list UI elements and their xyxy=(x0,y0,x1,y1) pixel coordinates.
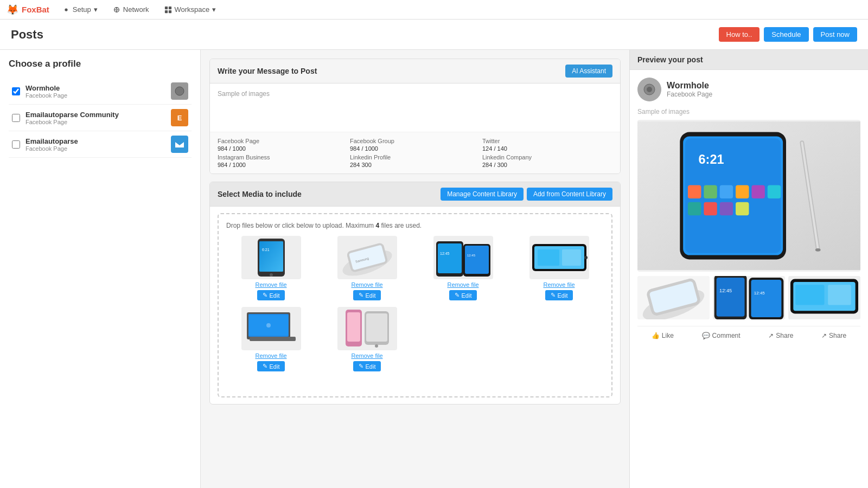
remove-file-6[interactable]: Remove file xyxy=(351,352,382,359)
media-buttons: Manage Content Library Add from Content … xyxy=(441,188,612,201)
svg-rect-5 xyxy=(168,10,171,12)
schedule-button[interactable]: Schedule xyxy=(764,27,808,42)
preview-thumb-1 xyxy=(637,276,710,319)
profile-item-emailautoparse[interactable]: Emailautoparse Facebook Page xyxy=(9,131,192,158)
compose-card: Write your Message to Post AI Assistant … xyxy=(209,59,621,174)
nav-network[interactable]: Network xyxy=(111,5,151,14)
device-phone-2-icon: Samsung xyxy=(337,236,397,279)
share-icon-1: ↗ xyxy=(768,332,774,339)
preview-thumb-2: 12:45 12:45 xyxy=(713,276,785,319)
navbar: 🦊 FoxBat Setup ▾ Network Workspace ▾ xyxy=(0,0,868,20)
how-to-button[interactable]: How to.. xyxy=(719,27,760,42)
edit-icon-4: ✎ xyxy=(551,292,556,299)
media-thumb-6 xyxy=(337,307,397,350)
preview-actions: 👍 Like 💬 Comment ↗ Share ↗ Share xyxy=(637,326,860,339)
remove-file-1[interactable]: Remove file xyxy=(255,281,286,288)
edit-button-1[interactable]: ✎ Edit xyxy=(257,290,285,300)
svg-rect-19 xyxy=(438,243,462,273)
sidebar-title: Choose a profile xyxy=(9,59,192,69)
profile-avatar-emailcommunity: E xyxy=(171,109,188,126)
device-tablets-icon: 12:45 12:45 xyxy=(433,236,493,279)
workspace-icon xyxy=(164,6,172,14)
svg-point-59 xyxy=(815,248,821,252)
media-thumb-1: 6:21 xyxy=(241,236,301,279)
svg-rect-37 xyxy=(366,313,387,342)
add-from-content-library-button[interactable]: Add from Content Library xyxy=(527,188,612,201)
edit-button-5[interactable]: ✎ Edit xyxy=(257,361,285,371)
profile-check-emailautoparse[interactable] xyxy=(12,140,20,149)
brand-logo[interactable]: 🦊 FoxBat xyxy=(7,4,49,16)
edit-icon-5: ✎ xyxy=(263,363,267,370)
like-icon: 👍 xyxy=(652,332,660,339)
sidebar: Choose a profile Wormhole Facebook Page … xyxy=(0,50,201,488)
svg-point-41 xyxy=(647,87,652,92)
remove-file-3[interactable]: Remove file xyxy=(447,281,478,288)
share-button-1[interactable]: ↗ Share xyxy=(768,332,793,339)
stat-instagram-val: 984 / 1000 xyxy=(218,162,348,168)
like-label: Like xyxy=(662,332,674,339)
nav-workspace[interactable]: Workspace ▾ xyxy=(162,5,219,14)
svg-point-12 xyxy=(270,273,273,277)
svg-rect-4 xyxy=(164,10,167,12)
svg-point-8 xyxy=(171,136,188,153)
preview-panel: Preview your post Wormhole Facebook Page… xyxy=(629,50,868,488)
network-icon xyxy=(113,6,120,14)
manage-content-library-button[interactable]: Manage Content Library xyxy=(441,188,524,201)
profile-avatar-wormhole xyxy=(171,82,188,100)
stat-facebook-page: Facebook Page 984 / 1000 xyxy=(218,138,348,152)
preview-main-svg: 6:21 xyxy=(637,120,860,272)
profile-check-emailcommunity[interactable] xyxy=(12,114,20,122)
svg-point-7 xyxy=(175,87,184,95)
foxbat-icon: 🦊 xyxy=(7,4,18,16)
svg-rect-56 xyxy=(736,202,749,215)
profile-item-wormhole[interactable]: Wormhole Facebook Page xyxy=(9,78,192,105)
preview-thumbs: 12:45 12:45 xyxy=(637,276,860,319)
nav-setup[interactable]: Setup ▾ xyxy=(60,5,100,14)
media-item-6: Remove file ✎ Edit xyxy=(322,307,412,371)
share-button-2[interactable]: ↗ Share xyxy=(821,332,846,339)
preview-header: Preview your post xyxy=(630,50,868,70)
compose-card-title: Write your Message to Post xyxy=(218,67,317,75)
drop-zone[interactable]: Drop files below or click below to uploa… xyxy=(218,213,612,397)
svg-text:6:21: 6:21 xyxy=(699,152,724,166)
preview-thumb-tablets-icon: 12:45 12:45 xyxy=(713,276,785,319)
nav-network-label: Network xyxy=(123,5,149,14)
svg-rect-66 xyxy=(717,278,745,317)
remove-file-4[interactable]: Remove file xyxy=(543,281,575,288)
media-thumb-3: 12:45 12:45 xyxy=(433,236,493,279)
remove-file-2[interactable]: Remove file xyxy=(351,281,382,288)
like-button[interactable]: 👍 Like xyxy=(652,332,674,339)
edit-button-4[interactable]: ✎ Edit xyxy=(545,290,573,300)
svg-text:12:45: 12:45 xyxy=(440,252,450,255)
svg-rect-2 xyxy=(164,6,167,9)
svg-text:12:45: 12:45 xyxy=(754,290,765,295)
edit-button-2[interactable]: ✎ Edit xyxy=(353,290,381,300)
wormhole-avatar-icon xyxy=(171,82,188,100)
stat-linkedin-profile-val: 284 300 xyxy=(350,162,480,168)
share-icon-2: ↗ xyxy=(821,332,827,339)
stat-twitter: Twitter 124 / 140 xyxy=(482,138,612,152)
edit-button-6[interactable]: ✎ Edit xyxy=(353,361,381,371)
stat-instagram-name: Instagram Business xyxy=(218,154,348,160)
comment-label: Comment xyxy=(712,332,741,339)
preview-profile-sub: Facebook Page xyxy=(667,91,712,98)
page-title: Posts xyxy=(11,28,43,42)
emailautoparse-avatar-icon xyxy=(171,136,188,153)
share-label-2: Share xyxy=(829,332,846,339)
max-files: 4 xyxy=(375,222,379,229)
drop-hint: Drop files below or click below to uploa… xyxy=(226,222,604,229)
stat-linkedin-profile-name: Linkedin Profile xyxy=(350,154,480,160)
comment-button[interactable]: 💬 Comment xyxy=(702,332,741,339)
remove-file-5[interactable]: Remove file xyxy=(255,352,286,359)
media-item-4: Remove file ✎ Edit xyxy=(514,236,604,300)
profile-check-wormhole[interactable] xyxy=(12,87,20,95)
svg-rect-69 xyxy=(751,280,781,317)
svg-rect-55 xyxy=(720,202,733,215)
message-textarea[interactable] xyxy=(218,102,612,124)
ai-assistant-button[interactable]: AI Assistant xyxy=(565,65,612,78)
brand-name: FoxBat xyxy=(22,5,49,14)
post-now-button[interactable]: Post now xyxy=(813,27,857,42)
svg-rect-74 xyxy=(795,285,824,305)
edit-button-3[interactable]: ✎ Edit xyxy=(449,290,477,300)
profile-item-emailcommunity[interactable]: Emailautoparse Community Facebook Page E xyxy=(9,105,192,131)
